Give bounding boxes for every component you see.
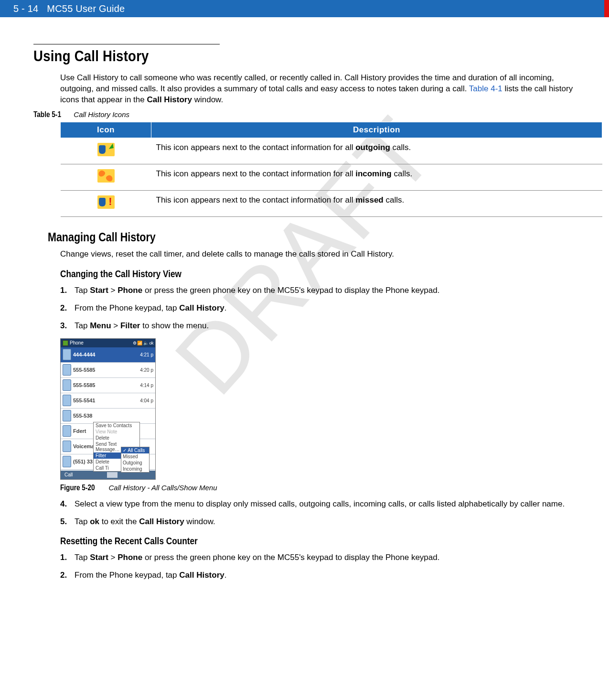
fig-call-row: 555-55414:04 p bbox=[61, 393, 155, 409]
section-rule bbox=[33, 44, 220, 44]
list-item: 1. Tap Start > Phone or press the green … bbox=[60, 285, 576, 296]
table-row: This icon appears next to the contact in… bbox=[61, 164, 602, 190]
phone-icon bbox=[63, 349, 71, 360]
list-item: 1. Tap Start > Phone or press the green … bbox=[60, 552, 576, 563]
fig-titlebar: Phone ⚙ 📶 🔈 ok bbox=[61, 339, 155, 347]
table-caption-label: Table 5-1 bbox=[33, 110, 61, 119]
section-title: Using Call History bbox=[33, 47, 500, 65]
table-row: This icon appears next to the contact in… bbox=[61, 190, 602, 216]
phone-icon bbox=[63, 441, 71, 452]
page-number: 5 - 14 bbox=[13, 3, 38, 14]
list-item: 2. From the Phone keypad, tap Call Histo… bbox=[60, 570, 576, 581]
reset-counter-title: Resetting the Recent Calls Counter bbox=[60, 536, 503, 547]
windows-start-icon bbox=[63, 340, 68, 346]
missed-call-icon bbox=[97, 195, 115, 209]
table-caption-title: Call History Icons bbox=[74, 110, 129, 118]
phone-icon bbox=[63, 456, 71, 467]
figure-caption-label: Figure 5-20 bbox=[60, 484, 95, 492]
figure-5-20: Phone ⚙ 📶 🔈 ok 444-44444:21 p 555-55854:… bbox=[60, 338, 576, 480]
phone-icon bbox=[63, 425, 71, 437]
incoming-call-icon bbox=[97, 169, 115, 183]
changing-view-title: Changing the Call History View bbox=[60, 269, 503, 280]
header-accent bbox=[604, 0, 609, 17]
fig-status-icons: ⚙ 📶 🔈 ok bbox=[133, 341, 153, 345]
intro-paragraph: Use Call History to call someone who was… bbox=[60, 73, 576, 106]
table-caption: Table 5-1 Call History Icons bbox=[33, 110, 576, 119]
table-row: This icon appears next to the contact in… bbox=[61, 138, 602, 164]
fig-call-row: 444-44444:21 p bbox=[61, 347, 155, 363]
phone-icon bbox=[63, 410, 71, 421]
table-4-1-link[interactable]: Table 4-1 bbox=[469, 84, 502, 93]
figure-caption-title: Call History - All Calls/Show Menu bbox=[109, 484, 217, 492]
managing-intro: Change views, reset the call timer, and … bbox=[60, 249, 576, 260]
intro-bold1: Call History bbox=[147, 95, 192, 104]
table-header-description: Description bbox=[151, 122, 602, 138]
header-title: MC55 User Guide bbox=[47, 3, 125, 14]
list-item: 3. Tap Menu > Filter to show the menu. bbox=[60, 321, 576, 332]
intro-post2: window. bbox=[192, 95, 223, 104]
figure-image: Phone ⚙ 📶 🔈 ok 444-44444:21 p 555-55854:… bbox=[60, 338, 156, 480]
fig-call-row: 555-55854:20 p bbox=[61, 363, 155, 378]
keyboard-icon bbox=[107, 472, 118, 478]
list-item: 5. Tap ok to exit the Call History windo… bbox=[60, 517, 576, 528]
changing-steps-list: 1. Tap Start > Phone or press the green … bbox=[60, 285, 576, 332]
list-item: 4. Select a view type from the menu to d… bbox=[60, 499, 576, 510]
list-item: 2. From the Phone keypad, tap Call Histo… bbox=[60, 303, 576, 314]
table-header-icon: Icon bbox=[61, 122, 151, 138]
phone-icon bbox=[63, 379, 71, 391]
call-history-icons-table: Icon Description This icon appears next … bbox=[60, 122, 602, 217]
fig-call-row: 555-55854:14 p bbox=[61, 378, 155, 393]
reset-steps-list: 1. Tap Start > Phone or press the green … bbox=[60, 552, 576, 581]
fig-app-name: Phone bbox=[70, 340, 84, 345]
page-header: 5 - 14 MC55 User Guide bbox=[0, 0, 609, 17]
phone-icon bbox=[63, 364, 71, 376]
phone-icon bbox=[63, 395, 71, 406]
outgoing-call-icon bbox=[97, 143, 115, 156]
fig-filter-submenu: ✓ All Calls Missed Outgoing Incoming bbox=[121, 447, 150, 473]
figure-caption: Figure 5-20 Call History - All Calls/Sho… bbox=[60, 484, 576, 492]
changing-steps-list-cont: 4. Select a view type from the menu to d… bbox=[60, 499, 576, 528]
managing-title: Managing Call History bbox=[48, 230, 502, 244]
